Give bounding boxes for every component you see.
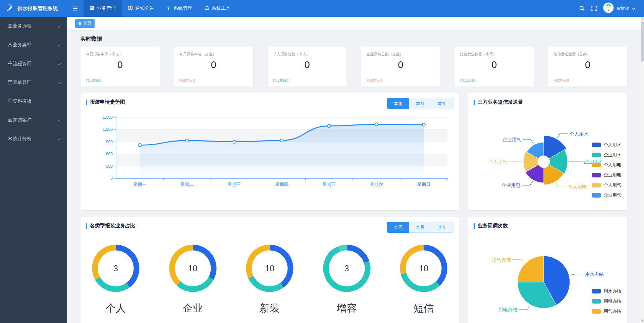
user-icon — [7, 42, 13, 48]
sidebar-item-7[interactable]: 统计分析 — [0, 129, 67, 148]
legend-item[interactable]: 用电办结 — [592, 298, 621, 304]
range-button-本月[interactable]: 本月 — [409, 98, 431, 109]
user-menu[interactable]: admin — [603, 2, 635, 14]
donut-value: 3 — [91, 243, 141, 293]
legend-item[interactable]: 用气办结 — [592, 308, 621, 314]
donut-chart: 3增容 — [322, 243, 372, 315]
svg-text:1,500: 1,500 — [103, 115, 113, 120]
range-button-本年[interactable]: 本年 — [431, 222, 453, 233]
sidebar-item-6[interactable]: 来访客户 — [0, 111, 67, 129]
copy-icon — [7, 98, 13, 105]
legend-swatch — [592, 299, 601, 304]
stat-card: 个人报装总数（个人） 0 同比昨日0 — [268, 47, 347, 87]
legend-swatch — [592, 289, 601, 293]
stat-card-footer: 同比上月0 — [460, 78, 475, 83]
edit-icon — [90, 5, 95, 11]
search-icon[interactable] — [579, 5, 585, 11]
trend-chart-header: 报装申请走势图 — [86, 99, 125, 105]
stat-card: 今日报装申请（企业） 0 同比昨日0 — [174, 47, 253, 87]
donut-chart: 3个人 — [91, 243, 141, 315]
callback-chart-header: 业务回调次数 — [474, 223, 508, 229]
fullscreen-icon[interactable] — [591, 5, 597, 11]
stat-card-title: 企业报装总数（企业） — [366, 52, 403, 57]
legend-swatch — [592, 143, 601, 147]
chevron-down-icon — [57, 61, 61, 66]
legend-swatch — [592, 163, 601, 167]
legend-swatch — [592, 193, 601, 198]
legend-item[interactable]: 企业用气 — [592, 192, 621, 198]
range-button-本周[interactable]: 本周 — [387, 98, 409, 109]
tab-home[interactable]: 首页 — [75, 19, 95, 28]
sidebar-item-2[interactable]: 业务类型 — [0, 36, 67, 54]
chevron-down-icon — [57, 80, 61, 85]
callback-chart-card: 业务回调次数 用水办结用电办结用气办结 用水办结用电办结用气办结 — [468, 217, 627, 323]
stat-card-footer: 同比昨日0 — [179, 78, 195, 83]
charts-row-1: 报装申请走势图 本周本月本年 03006009001,2001,500星期一星期… — [80, 93, 627, 210]
svg-text:300: 300 — [106, 164, 113, 169]
legend-item[interactable]: 企业用水 — [592, 152, 621, 158]
sidebar-item-1[interactable]: 业务办理 — [0, 17, 67, 36]
sidebar-toggle-button[interactable] — [67, 0, 84, 17]
stat-card-value: 0 — [174, 59, 253, 70]
nav-item-2[interactable]: 通知公告 — [122, 0, 160, 17]
range-button-本年[interactable]: 本年 — [431, 98, 453, 109]
donut-value: 10 — [245, 243, 295, 293]
stat-card-value: 0 — [548, 59, 627, 70]
donut-value: 10 — [168, 243, 218, 293]
svg-text:用气办结: 用气办结 — [492, 257, 511, 262]
svg-text:个人用气: 个人用气 — [488, 159, 507, 164]
stat-card-value: 0 — [361, 59, 440, 70]
sidebar-item-5[interactable]: 资料模板 — [0, 92, 67, 111]
svg-text:0: 0 — [110, 176, 113, 181]
types-donut-row: 3个人10企业10新装3增容10短信 — [91, 243, 449, 315]
legend-item[interactable]: 个人用电 — [592, 162, 621, 168]
nav-item-1[interactable]: 业务管理 — [84, 0, 122, 17]
svg-text:星期二: 星期二 — [180, 182, 194, 187]
donut-chart: 10新装 — [245, 243, 295, 315]
table-icon — [7, 117, 13, 123]
logo-icon — [5, 3, 14, 13]
stat-card-value: 0 — [80, 59, 160, 70]
legend-item[interactable]: 个人用气 — [592, 182, 621, 188]
types-range-buttons: 本周本月本年 — [387, 222, 453, 233]
title-bar-icon — [474, 223, 475, 229]
eye-icon — [7, 136, 13, 142]
nav-item-4[interactable]: 系统工具 — [198, 0, 236, 17]
range-button-本周[interactable]: 本周 — [387, 222, 409, 233]
scroll-down-icon[interactable]: ▼ — [641, 319, 644, 323]
range-button-本月[interactable]: 本月 — [409, 222, 431, 233]
vertical-scrollbar[interactable]: ▲ ▼ — [641, 17, 644, 323]
legend-swatch — [592, 183, 601, 187]
sidebar-item-4[interactable]: 表单管理 — [0, 73, 67, 92]
trend-line-chart: 03006009001,2001,500星期一星期二星期三星期四星期五星期六星期… — [86, 112, 453, 198]
title-bar-icon — [86, 223, 87, 229]
donut-label: 个人 — [91, 302, 141, 315]
svg-text:900: 900 — [106, 140, 113, 144]
svg-text:星期六: 星期六 — [370, 182, 383, 187]
svg-text:星期三: 星期三 — [228, 182, 241, 187]
tab-home-label: 首页 — [83, 20, 91, 26]
svg-text:用电办结: 用电办结 — [498, 307, 517, 312]
donut-chart: 10短信 — [398, 243, 449, 315]
scrollbar-thumb[interactable] — [641, 21, 644, 62]
caret-down-icon — [632, 5, 635, 11]
legend-item[interactable]: 个人用水 — [592, 142, 621, 148]
donut-label: 企业 — [168, 302, 218, 315]
legend-item[interactable]: 用水办结 — [592, 288, 621, 294]
nav-item-3[interactable]: 系统管理 — [160, 0, 198, 17]
stat-card-title: 个人报装总数（个人） — [273, 52, 310, 57]
nav-menu: 业务管理通知公告系统管理系统工具 — [84, 0, 236, 17]
callback-chart-legend: 用水办结用电办结用气办结 — [592, 288, 621, 318]
chevron-down-icon — [57, 23, 61, 29]
chevron-down-icon — [57, 42, 61, 48]
app-logo[interactable]: 供水报装管理系统 — [0, 0, 67, 17]
legend-swatch — [592, 153, 601, 157]
types-chart-card: 各类型报装业务占比 本周本月本年 3个人10企业10新装3增容10短信 — [80, 217, 459, 323]
stat-card-title: 今日报装申请（企业） — [179, 52, 216, 57]
stat-card-value: 0 — [268, 59, 347, 70]
types-chart-header: 各类型报装业务占比 — [86, 223, 135, 229]
legend-item[interactable]: 企业用电 — [592, 172, 621, 178]
scroll-up-icon[interactable]: ▲ — [641, 17, 644, 21]
trend-chart-card: 报装申请走势图 本周本月本年 03006009001,2001,500星期一星期… — [80, 93, 459, 210]
sidebar-item-3[interactable]: 流程管理 — [0, 54, 67, 73]
